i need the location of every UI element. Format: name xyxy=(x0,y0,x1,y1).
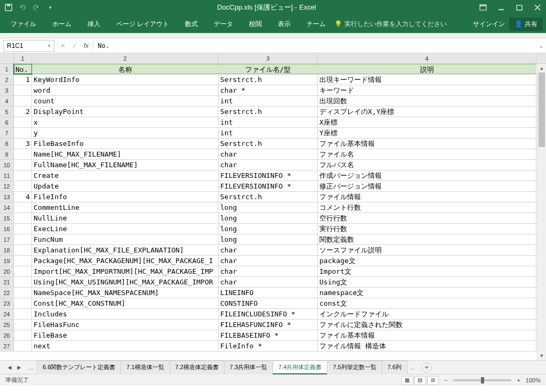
row-header[interactable]: 10 xyxy=(0,160,14,170)
cell[interactable]: int xyxy=(219,96,318,106)
cell[interactable]: FILEVERSIONINFO * xyxy=(219,170,318,181)
row-header[interactable]: 7 xyxy=(0,128,14,138)
row-header[interactable]: 3 xyxy=(0,85,14,95)
cell[interactable]: ファイル名 xyxy=(318,149,536,159)
cell[interactable] xyxy=(14,202,32,213)
cell[interactable]: ディスプレイのX,Y座標 xyxy=(318,107,536,117)
cell[interactable] xyxy=(14,149,32,159)
signin-link[interactable]: サインイン xyxy=(473,20,505,29)
cell[interactable] xyxy=(14,85,32,95)
cell[interactable] xyxy=(14,170,32,181)
cell[interactable]: DisplayPoint xyxy=(32,107,219,117)
cell[interactable]: char xyxy=(219,256,318,266)
cell[interactable]: 関数定義数 xyxy=(318,234,536,244)
cell[interactable]: Includes xyxy=(32,309,219,319)
cell[interactable]: インクルードファイル xyxy=(318,309,536,319)
col-header[interactable]: 4 xyxy=(318,53,536,63)
cell[interactable]: キーワード xyxy=(318,85,536,95)
cell[interactable] xyxy=(14,181,32,191)
cell[interactable]: 名称 xyxy=(32,64,219,74)
grid-body[interactable]: 1 No. 名称 ファイル名/型 説明 2 1 KeyWordInfo Sers… xyxy=(0,64,546,360)
cell[interactable]: No. xyxy=(14,64,32,74)
cell[interactable]: FileInfo xyxy=(32,192,219,202)
sheet-tab[interactable]: 7.3共用体一覧 xyxy=(224,361,273,374)
cell[interactable]: FileHasFunc xyxy=(32,320,219,330)
row-header[interactable]: 4 xyxy=(0,96,14,106)
minimize-icon[interactable] xyxy=(497,3,505,12)
zoom-thumb[interactable] xyxy=(481,377,484,383)
row-header[interactable]: 23 xyxy=(0,298,14,308)
cell[interactable]: 出現回数 xyxy=(318,96,536,106)
ribbon-display-icon[interactable] xyxy=(479,3,487,12)
cell[interactable] xyxy=(14,224,32,234)
cell[interactable]: FileBaseInfo xyxy=(32,138,219,149)
cell[interactable]: Serstrct.h xyxy=(219,107,318,117)
row-header[interactable]: 14 xyxy=(0,202,14,213)
cell[interactable]: FILEBASEINFO * xyxy=(219,330,318,340)
row-header[interactable]: 6 xyxy=(0,117,14,127)
cell[interactable]: 空行行数 xyxy=(318,213,536,223)
vertical-scrollbar[interactable]: ▲ ▼ xyxy=(537,64,546,360)
cell[interactable]: Serstrct.h xyxy=(219,138,318,149)
cell[interactable]: Const[HC_MAX_CONSTNUM] xyxy=(32,298,219,308)
cell[interactable]: 出現キーワード情報 xyxy=(318,75,536,85)
cell[interactable]: 説明 xyxy=(318,64,536,74)
redo-icon[interactable] xyxy=(32,3,41,12)
cell[interactable]: Package[HC_MAX_PACKAGENUM][HC_MAX_PACKAG… xyxy=(32,256,219,266)
cell[interactable]: long xyxy=(219,224,318,234)
cell[interactable]: int xyxy=(219,117,318,127)
cell[interactable]: int xyxy=(219,128,318,138)
row-header[interactable]: 1 xyxy=(0,64,14,74)
cell[interactable] xyxy=(14,160,32,170)
col-header[interactable]: 3 xyxy=(219,53,318,63)
select-all-corner[interactable] xyxy=(0,53,14,63)
col-header[interactable]: 2 xyxy=(32,53,219,63)
cell[interactable]: long xyxy=(219,202,318,213)
cell[interactable]: y xyxy=(32,128,219,138)
cell[interactable]: ソースファイル説明 xyxy=(318,245,536,255)
row-header[interactable]: 5 xyxy=(0,107,14,117)
zoom-level[interactable]: 100% xyxy=(526,377,541,383)
cell[interactable]: フルパス名 xyxy=(318,160,536,170)
cell[interactable]: next xyxy=(32,341,219,351)
cell[interactable] xyxy=(14,256,32,266)
sheet-tab[interactable]: 6.6関数テンプレート定義書 xyxy=(37,361,121,374)
save-icon[interactable] xyxy=(4,3,13,12)
cell[interactable]: package文 xyxy=(318,256,536,266)
cell[interactable]: namespace文 xyxy=(318,288,536,298)
cell[interactable]: char xyxy=(219,149,318,159)
cell[interactable] xyxy=(14,117,32,127)
scroll-down-icon[interactable]: ▼ xyxy=(537,352,546,360)
cell[interactable] xyxy=(14,128,32,138)
cell[interactable] xyxy=(14,213,32,223)
cell[interactable]: char xyxy=(219,266,318,276)
sheet-tab[interactable]: 7.2構造体定義書 xyxy=(170,361,224,374)
cell[interactable]: ファイル基本情報 xyxy=(318,330,536,340)
cell[interactable] xyxy=(14,245,32,255)
zoom-slider[interactable] xyxy=(453,379,511,381)
row-header[interactable]: 18 xyxy=(0,245,14,255)
ribbon-tab-view[interactable]: 表示 xyxy=(270,17,298,32)
cell[interactable] xyxy=(14,266,32,276)
ribbon-tab-pagelayout[interactable]: ページ レイアウト xyxy=(109,17,176,32)
cell[interactable]: コメント行数 xyxy=(318,202,536,213)
cell[interactable]: ExecLine xyxy=(32,224,219,234)
cell[interactable]: FileBase xyxy=(32,330,219,340)
tab-ellipsis-left[interactable]: ... xyxy=(26,362,37,373)
ribbon-tab-formulas[interactable]: 数式 xyxy=(178,17,205,32)
scrollbar-thumb[interactable] xyxy=(539,72,545,147)
row-header[interactable]: 11 xyxy=(0,170,14,181)
col-header[interactable]: 1 xyxy=(14,53,32,63)
close-icon[interactable] xyxy=(533,3,542,12)
row-header[interactable]: 9 xyxy=(0,149,14,159)
row-header[interactable]: 25 xyxy=(0,320,14,330)
tell-me-search[interactable]: 💡 実行したい作業を入力してください xyxy=(334,20,447,29)
cell[interactable]: X座標 xyxy=(318,117,536,127)
cell[interactable]: CommentLine xyxy=(32,202,219,213)
qat-dropdown-icon[interactable]: ▾ xyxy=(46,3,54,12)
sheet-tab[interactable]: 7.4共用体定義書 xyxy=(272,361,327,374)
cell[interactable]: Serstrct.h xyxy=(219,75,318,85)
cell[interactable]: Y座標 xyxy=(318,128,536,138)
row-header[interactable]: 16 xyxy=(0,224,14,234)
row-header[interactable]: 26 xyxy=(0,330,14,340)
